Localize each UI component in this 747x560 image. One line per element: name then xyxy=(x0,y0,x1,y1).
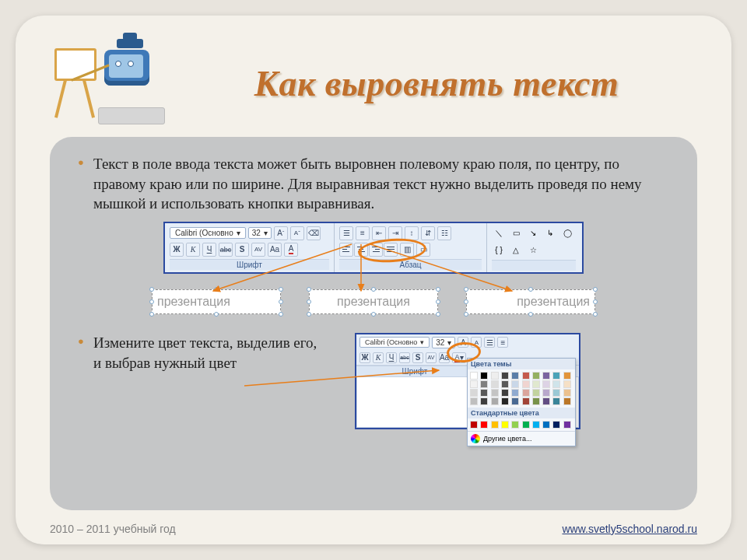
char-spacing-button[interactable]: AV xyxy=(251,243,265,257)
font-family-combo-2[interactable]: Calibri (Основно ▾ xyxy=(359,337,430,348)
align-left-button[interactable] xyxy=(339,243,353,257)
font-color-button[interactable]: A xyxy=(284,243,298,257)
textbox-left-aligned: презентация xyxy=(152,289,281,314)
textbox-center-aligned: презентация xyxy=(309,289,438,314)
more-colors-item[interactable]: Другие цвета... xyxy=(468,431,575,446)
grow-font-icon[interactable]: Aˆ xyxy=(274,226,288,240)
font-size-combo[interactable]: 32 ▾ xyxy=(248,227,272,239)
align-right-button[interactable] xyxy=(369,243,383,257)
decrease-indent-icon[interactable]: ⇤ xyxy=(372,226,386,240)
standard-colors-header: Стандартные цвета xyxy=(468,408,575,418)
numbering-icon-2[interactable]: ≡ xyxy=(497,337,508,348)
slide-title: Как выровнять текст xyxy=(184,63,697,104)
footer-year: 2010 – 2011 учебный год xyxy=(50,523,176,535)
bullets-icon[interactable]: ☰ xyxy=(339,226,353,240)
numbering-icon[interactable]: ≡ xyxy=(356,226,370,240)
clear-format-icon[interactable]: ⌫ xyxy=(307,226,321,240)
font-color-dropdown[interactable]: A▾ xyxy=(452,352,466,363)
shrink-font-icon[interactable]: Aˇ xyxy=(290,226,304,240)
slide-footer: 2010 – 2011 учебный год www.svetly5schoo… xyxy=(50,523,697,535)
font-size-combo-2[interactable]: 32 ▾ xyxy=(432,337,455,348)
columns-icon[interactable]: ▥ xyxy=(400,243,414,257)
ribbon-screenshot-alignment: Calibri (Основно ▾ 32 ▾ Aˆ Aˇ ⌫ Ж К Ч ab… xyxy=(163,222,584,274)
align-center-button[interactable] xyxy=(354,243,368,257)
shape-rect-icon[interactable]: ▭ xyxy=(509,226,523,240)
shape-triangle-icon[interactable]: △ xyxy=(509,243,523,257)
shape-line-icon[interactable]: ＼ xyxy=(492,226,506,240)
slide-header: Как выровнять текст xyxy=(50,40,697,137)
alignment-button-group xyxy=(339,243,398,257)
line-spacing-icon[interactable]: ↕ xyxy=(405,226,419,240)
color-swatch[interactable] xyxy=(470,372,478,380)
theme-colors-header: Цвета темы xyxy=(468,359,575,369)
color-wheel-icon xyxy=(471,434,480,443)
shape-arrow-icon[interactable]: ↘ xyxy=(526,226,540,240)
shape-oval-icon[interactable]: ◯ xyxy=(560,226,574,240)
theme-swatches xyxy=(468,369,575,408)
underline-button[interactable]: Ч xyxy=(202,243,216,257)
italic-button[interactable]: К xyxy=(186,243,200,257)
bullets-icon-2[interactable]: ☰ xyxy=(484,337,495,348)
computer-teacher-illustration xyxy=(50,40,167,126)
increase-indent-icon[interactable]: ⇥ xyxy=(388,226,402,240)
slide: Как выровнять текст Текст в поле ввода т… xyxy=(16,16,731,544)
text-direction-icon[interactable]: ⇵ xyxy=(421,226,435,240)
align-text-icon[interactable]: ☷ xyxy=(437,226,451,240)
text-shadow-button[interactable]: S xyxy=(235,243,249,257)
change-case-button[interactable]: Aa xyxy=(268,243,282,257)
shape-star-icon[interactable]: ☆ xyxy=(526,243,540,257)
slide-body: Текст в поле ввода текста может быть выр… xyxy=(50,137,697,510)
convert-smartart-icon[interactable]: ▭ xyxy=(416,243,430,257)
bullet-2: Измените цвет текста, выделив его, и выб… xyxy=(76,333,341,373)
textbox-right-aligned: презентация xyxy=(466,289,595,314)
shape-brace-icon[interactable]: { } xyxy=(492,243,506,257)
align-justify-button[interactable] xyxy=(384,243,398,257)
ribbon-screenshot-color: Calibri (Основно ▾ 32 ▾ A A ☰ ≡ Ж К Ч ab… xyxy=(355,333,580,429)
bold-button[interactable]: Ж xyxy=(170,243,184,257)
strikethrough-button[interactable]: abc xyxy=(219,243,233,257)
shape-connector-icon[interactable]: ↳ xyxy=(543,226,557,240)
color-picker-panel: Цвета темы xyxy=(467,358,576,446)
ribbon-group-font-label: Шрифт xyxy=(170,259,329,270)
font-family-combo[interactable]: Calibri (Основно ▾ xyxy=(170,227,246,239)
footer-link[interactable]: www.svetly5school.narod.ru xyxy=(562,523,697,535)
bullet-1: Текст в поле ввода текста может быть выр… xyxy=(76,154,671,214)
alignment-examples: презентация презентация презентация xyxy=(76,289,671,314)
ribbon-group-paragraph-label: Абзац xyxy=(339,259,482,270)
